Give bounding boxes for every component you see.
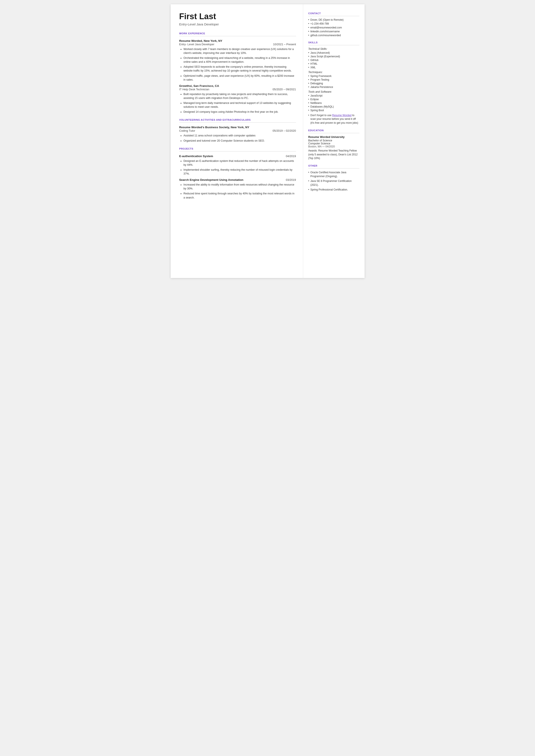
job-title-1: IT Help Desk Technician	[179, 88, 210, 91]
resume-page: First Last Entry-Level Java Developer WO…	[171, 4, 365, 278]
edu-awards-0: Awards: Resume Worded Teaching Fellow (o…	[308, 149, 359, 160]
contact-item: Dover, DE (Open to Remote)	[308, 18, 359, 21]
job-header-1: IT Help Desk Technician 05/2020 – 09/202…	[179, 88, 296, 91]
edu-location-0: Boston, MA — 04/2020	[308, 145, 359, 148]
contact-item: github.com/resumeworded	[308, 34, 359, 37]
skill-item: Eclipse	[308, 98, 359, 101]
resume-worded-link[interactable]: Resume Worded	[332, 114, 352, 117]
work-experience-divider	[179, 36, 296, 36]
skills-cat-0: Technical Skills:	[308, 47, 359, 50]
contact-list: Dover, DE (Open to Remote) +1-234-456-78…	[308, 18, 359, 37]
other-label: OTHER	[308, 164, 359, 167]
job-title-0: Entry- Level Java Developer	[179, 43, 214, 46]
skill-item: Program Testing	[308, 78, 359, 81]
skills-list-1: Spring Framework Program Testing Debuggi…	[308, 74, 359, 89]
other-divider	[308, 168, 359, 169]
work-experience-label: WORK EXPERIENCE	[179, 32, 296, 35]
skill-item: XML	[308, 66, 359, 69]
bullet-item: Assisted 11 area school corporations wit…	[183, 134, 296, 137]
education-label: EDUCATION	[308, 129, 359, 132]
volunteer-bullets-0: Assisted 11 area school corporations wit…	[183, 134, 296, 142]
edu-block-0: Resume Worded University Bachelor of Sci…	[308, 135, 359, 160]
skills-list-2: JavaScript Eclipse NetBeans Databases (M…	[308, 94, 359, 112]
project-header-1: Search Engine Development Using Annotati…	[179, 178, 296, 182]
bullet-item: Orchestrated the redesigning and relaunc…	[183, 56, 296, 64]
bullet-item: Optimized traffic, page views, and user …	[183, 74, 296, 82]
job-bullets-1: Built reputation by proactively taking o…	[183, 92, 296, 114]
skill-item: Databases (MySQL)	[308, 105, 359, 108]
skill-item: GitHub	[308, 59, 359, 62]
volunteer-header-0: Coding Tutor 05/2019 – 02/2020	[179, 129, 296, 132]
project-bullets-1: Increased the ability to modify informat…	[183, 183, 296, 200]
skill-item: NetBeans	[308, 101, 359, 104]
bullet-item: Built reputation by proactively taking o…	[183, 92, 296, 100]
job-bullets-0: Worked closely with 7 team members to de…	[183, 47, 296, 82]
bullet-item: Adopted SEO keywords to activate the com…	[183, 65, 296, 72]
skill-item: Java (Advanced)	[308, 51, 359, 54]
skill-item: Spring Framework	[308, 74, 359, 78]
volunteer-title-0: Coding Tutor	[179, 129, 195, 132]
project-block-0: E-authentication System 04/2019 Designed…	[179, 154, 296, 176]
contact-item: email@resumeworded.com	[308, 26, 359, 29]
bullet-item: Implemented shoulder surfing, thereby re…	[183, 168, 296, 176]
job-block-0: Resume Worded, New York, NY Entry- Level…	[179, 39, 296, 82]
skills-note: Don't forget to use Resume Worded to sca…	[308, 114, 359, 125]
project-date-0: 04/2019	[286, 154, 296, 158]
job-company-1: Growthsi, San Francisco, CA	[179, 84, 296, 88]
skill-item: Jakarta Persistence	[308, 86, 359, 89]
project-date-1: 03/2019	[286, 178, 296, 182]
job-company-0: Resume Worded, New York, NY	[179, 39, 296, 42]
left-column: First Last Entry-Level Java Developer WO…	[171, 4, 303, 278]
name: First Last	[179, 12, 296, 21]
bullet-item: Managed long-term daily maintenance and …	[183, 101, 296, 109]
other-item: Oracle Certified Associate Java Programm…	[308, 171, 359, 178]
skills-label: SKILLS	[308, 41, 359, 44]
project-bullets-0: Designed an E-authentication system that…	[183, 159, 296, 176]
project-block-1: Search Engine Development Using Annotati…	[179, 178, 296, 200]
skill-item: JavaScript	[308, 94, 359, 97]
project-title-1: Search Engine Development Using Annotati…	[179, 178, 243, 182]
edu-field-0: Computer Science	[308, 142, 359, 145]
project-title-0: E-authentication System	[179, 154, 213, 158]
job-dates-0: 10/2021 – Present	[273, 43, 296, 46]
other-item: Java SE 8 Programmer Certification (2021…	[308, 179, 359, 187]
other-item: Spring Professional Certification.	[308, 188, 359, 192]
skills-cat-1: Techniques:	[308, 71, 359, 74]
skills-cat-2: Tools and Software:	[308, 90, 359, 93]
projects-divider	[179, 151, 296, 152]
job-title: Entry-Level Java Developer	[179, 22, 296, 26]
contact-divider	[308, 16, 359, 16]
bullet-item: Worked closely with 7 team members to de…	[183, 47, 296, 55]
job-header-0: Entry- Level Java Developer 10/2021 – Pr…	[179, 43, 296, 46]
contact-label: CONTACT	[308, 12, 359, 14]
skill-item: Spring Boot	[308, 109, 359, 112]
skill-item: HTML	[308, 62, 359, 65]
contact-item: linkedin.com/in/username	[308, 30, 359, 33]
other-list: Oracle Certified Associate Java Programm…	[308, 171, 359, 192]
edu-degree-0: Bachelor of Science	[308, 139, 359, 142]
bullet-item: Designed 14 company logos using Adobe Ph…	[183, 110, 296, 114]
skill-item: Debugging	[308, 82, 359, 85]
right-column: CONTACT Dover, DE (Open to Remote) +1-23…	[303, 4, 365, 278]
volunteer-block-0: Resume Worded's Business Society, New Yo…	[179, 126, 296, 142]
bullet-item: Organized and tutored over 20 Computer S…	[183, 139, 296, 143]
project-header-0: E-authentication System 04/2019	[179, 154, 296, 158]
edu-org-0: Resume Worded University	[308, 135, 359, 139]
volunteer-company-0: Resume Worded's Business Society, New Yo…	[179, 126, 296, 129]
skills-list-0: Java (Advanced) Java Script (Experienced…	[308, 51, 359, 69]
bullet-item: Increased the ability to modify informat…	[183, 183, 296, 190]
volunteer-dates-0: 05/2019 – 02/2020	[272, 129, 296, 132]
job-block-1: Growthsi, San Francisco, CA IT Help Desk…	[179, 84, 296, 114]
bullet-item: Reduced time spent looking through searc…	[183, 192, 296, 199]
projects-label: PROJECTS	[179, 147, 296, 150]
contact-item: +1-234-456-789	[308, 22, 359, 25]
volunteering-label: VOLUNTEERING ACTIVITIES AND EXTRACURRICU…	[179, 119, 296, 121]
job-dates-1: 05/2020 – 09/2021	[272, 88, 296, 91]
skill-item: Java Script (Experienced)	[308, 55, 359, 58]
bullet-item: Designed an E-authentication system that…	[183, 159, 296, 167]
